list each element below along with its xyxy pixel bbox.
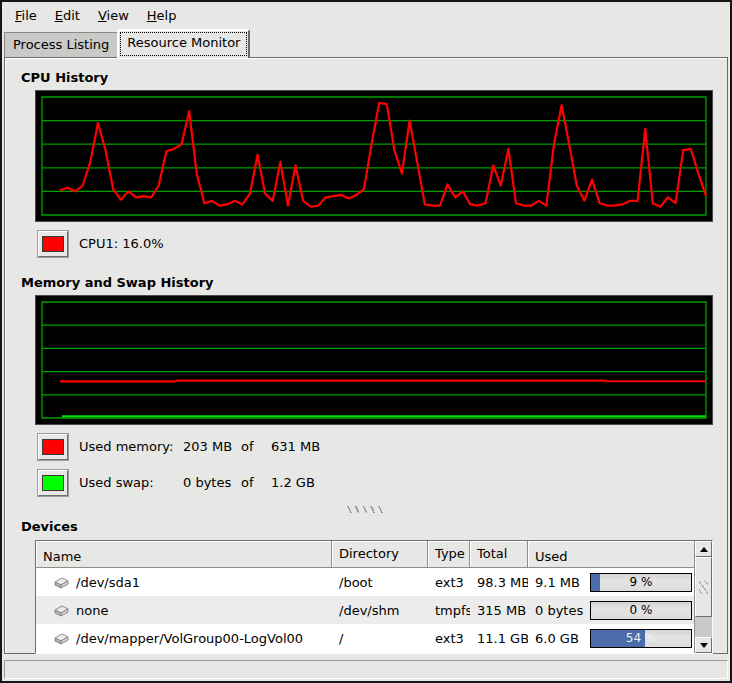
devices-table: Name Directory Type Total Used /dev/sd bbox=[35, 540, 713, 654]
cpu1-usage-label: CPU1: 16.0% bbox=[79, 236, 164, 251]
thumb-grip-icon bbox=[699, 580, 708, 594]
used-memory-legend: Used memory: 203 MB of 631 MB bbox=[38, 433, 719, 460]
device-used-progressbar: 54 % bbox=[590, 629, 692, 648]
menu-view[interactable]: View bbox=[89, 5, 138, 26]
scrollbar-down-button[interactable] bbox=[695, 637, 712, 653]
memory-total-value: 631 MB bbox=[271, 439, 320, 454]
used-swap-value: 0 bytes bbox=[183, 475, 241, 490]
devices-title: Devices bbox=[21, 519, 719, 534]
scrollbar-trough[interactable] bbox=[695, 617, 712, 637]
device-row-sda1[interactable]: /dev/sda1 /boot ext3 98.3 MB 9.1 MB 9 % bbox=[36, 568, 694, 596]
cpu1-color-swatch bbox=[42, 236, 64, 252]
system-monitor-window: File Edit View Help Process Listing Reso… bbox=[0, 0, 732, 683]
menu-view-accesskey: V bbox=[98, 8, 107, 23]
device-directory: /dev/shm bbox=[332, 603, 428, 618]
devices-table-header: Name Directory Type Total Used bbox=[36, 541, 694, 568]
used-memory-value: 203 MB bbox=[183, 439, 241, 454]
device-name: /dev/mapper/VolGroup00-LogVol00 bbox=[76, 631, 303, 646]
used-memory-label: Used memory: bbox=[79, 439, 183, 454]
used-swap-color-swatch bbox=[42, 475, 64, 491]
device-directory: /boot bbox=[332, 575, 428, 590]
column-header-name[interactable]: Name bbox=[36, 541, 332, 568]
used-swap-color-button[interactable] bbox=[38, 470, 68, 496]
menu-help[interactable]: Help bbox=[138, 5, 186, 26]
device-name: none bbox=[76, 603, 108, 618]
statusbar bbox=[4, 660, 728, 679]
devices-vertical-scrollbar bbox=[694, 541, 712, 653]
device-used-progressbar: 9 % bbox=[590, 573, 692, 592]
used-swap-legend: Used swap: 0 bytes of 1.2 GB bbox=[38, 469, 719, 496]
cpu-history-graph bbox=[35, 90, 713, 222]
tab-process-listing[interactable]: Process Listing bbox=[4, 32, 118, 57]
used-swap-label: Used swap: bbox=[79, 475, 183, 490]
devices-table-main: Name Directory Type Total Used /dev/sd bbox=[36, 541, 694, 653]
tabstrip: Process Listing Resource Monitor bbox=[2, 29, 730, 57]
menu-help-label: elp bbox=[157, 8, 177, 23]
device-name-cell: /dev/mapper/VolGroup00-LogVol00 bbox=[36, 631, 332, 646]
device-used-value: 0 bytes bbox=[535, 603, 587, 618]
progressbar-label: 9 % bbox=[591, 574, 691, 591]
progressbar-label: 0 % bbox=[591, 602, 691, 619]
device-used-cell: 6.0 GB 54 % bbox=[528, 629, 694, 648]
harddisk-icon bbox=[53, 631, 70, 645]
pane-resize-grip[interactable] bbox=[347, 506, 385, 513]
column-header-used[interactable]: Used bbox=[528, 541, 694, 568]
device-row-none[interactable]: none /dev/shm tmpfs 315 MB 0 bytes 0 % bbox=[36, 596, 694, 624]
device-type: ext3 bbox=[428, 575, 470, 590]
device-used-value: 9.1 MB bbox=[535, 575, 587, 590]
device-name-cell: none bbox=[36, 603, 332, 618]
scrollbar-thumb[interactable] bbox=[695, 557, 712, 617]
menu-edit-accesskey: E bbox=[55, 8, 63, 23]
menu-file-label: ile bbox=[22, 8, 37, 23]
down-arrow-icon bbox=[700, 643, 708, 648]
column-header-directory[interactable]: Directory bbox=[332, 541, 428, 568]
device-total: 11.1 GB bbox=[470, 631, 528, 646]
device-name: /dev/sda1 bbox=[76, 575, 140, 590]
harddisk-icon bbox=[53, 575, 70, 589]
device-type: tmpfs bbox=[428, 603, 470, 618]
menu-help-accesskey: H bbox=[147, 8, 157, 23]
menu-edit-label: dit bbox=[63, 8, 80, 23]
progressbar-label: 54 % bbox=[591, 630, 691, 647]
cpu-legend: CPU1: 16.0% bbox=[38, 230, 719, 257]
memory-swap-plot bbox=[42, 302, 706, 418]
used-swap-of: of bbox=[241, 475, 271, 490]
memory-swap-title: Memory and Swap History bbox=[21, 275, 719, 290]
device-used-cell: 9.1 MB 9 % bbox=[528, 573, 694, 592]
menu-file[interactable]: File bbox=[6, 5, 46, 26]
column-header-total[interactable]: Total bbox=[470, 541, 528, 568]
device-row-volgroup[interactable]: /dev/mapper/VolGroup00-LogVol00 / ext3 1… bbox=[36, 624, 694, 652]
menu-edit[interactable]: Edit bbox=[46, 5, 89, 26]
harddisk-icon bbox=[53, 603, 70, 617]
device-total: 315 MB bbox=[470, 603, 528, 618]
used-memory-color-swatch bbox=[42, 439, 64, 455]
device-directory: / bbox=[332, 631, 428, 646]
device-total: 98.3 MB bbox=[470, 575, 528, 590]
menubar: File Edit View Help bbox=[2, 2, 730, 29]
cpu1-color-button[interactable] bbox=[38, 231, 68, 257]
scrollbar-up-button[interactable] bbox=[695, 541, 712, 557]
cpu-history-title: CPU History bbox=[21, 70, 719, 85]
memory-swap-graph bbox=[35, 295, 713, 425]
tab-resource-monitor[interactable]: Resource Monitor bbox=[118, 30, 249, 58]
device-type: ext3 bbox=[428, 631, 470, 646]
used-memory-color-button[interactable] bbox=[38, 434, 68, 460]
menu-view-label: iew bbox=[107, 8, 129, 23]
device-used-value: 6.0 GB bbox=[535, 631, 587, 646]
cpu-history-plot bbox=[42, 97, 706, 215]
device-used-cell: 0 bytes 0 % bbox=[528, 601, 694, 620]
resource-monitor-page: CPU History CPU1: 16.0% Memory and Swap … bbox=[4, 57, 728, 654]
used-memory-of: of bbox=[241, 439, 271, 454]
device-name-cell: /dev/sda1 bbox=[36, 575, 332, 590]
device-used-progressbar: 0 % bbox=[590, 601, 692, 620]
swap-total-value: 1.2 GB bbox=[271, 475, 315, 490]
column-header-type[interactable]: Type bbox=[428, 541, 470, 568]
up-arrow-icon bbox=[700, 547, 708, 552]
